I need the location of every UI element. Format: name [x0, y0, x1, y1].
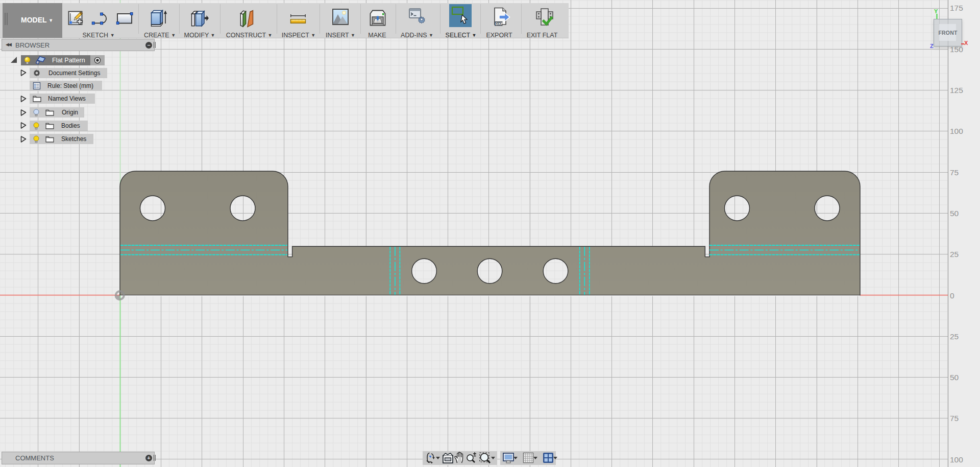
svg-text:DXF: DXF [496, 21, 503, 26]
